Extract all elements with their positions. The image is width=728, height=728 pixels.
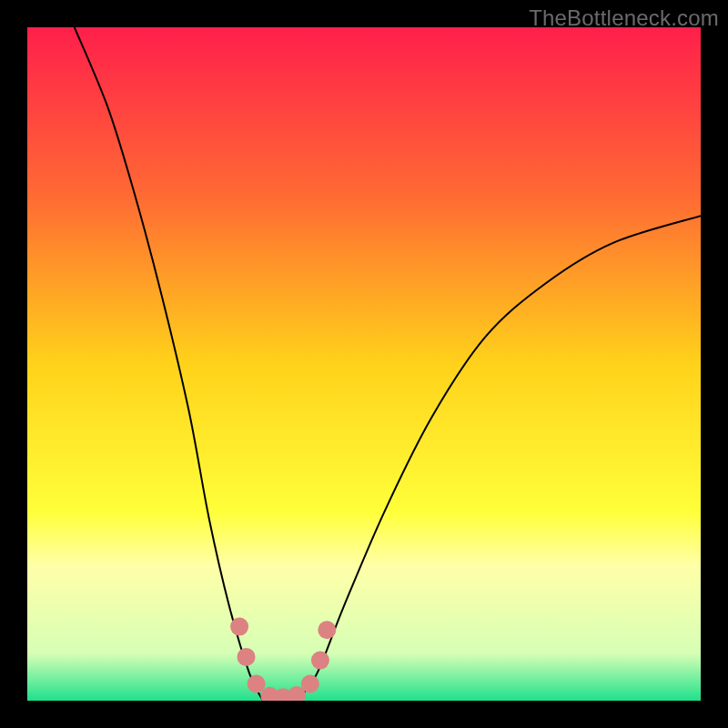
marker-dot [301,675,319,693]
marker-dot [311,652,329,670]
plot-area [27,27,701,701]
marker-dot [248,675,266,693]
chart-frame: TheBottleneck.com [0,0,728,728]
marker-dot [230,618,248,636]
marker-dot [318,621,336,639]
watermark-text: TheBottleneck.com [529,5,719,31]
marker-dot [238,648,256,666]
gradient-background [27,27,701,701]
chart-canvas [27,27,701,701]
